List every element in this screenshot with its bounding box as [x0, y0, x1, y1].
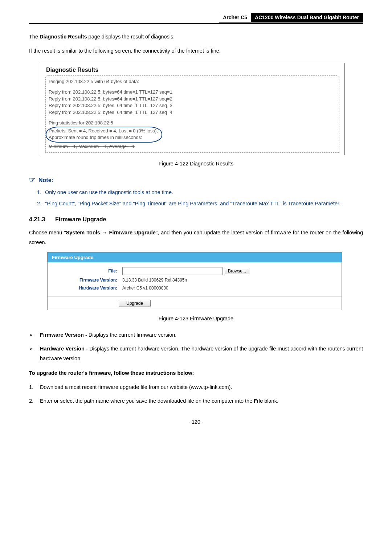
file-row: File: Browse...: [52, 267, 337, 275]
firmware-panel-title: Firmware Upgrade: [48, 253, 342, 263]
section-heading: 4.21.3Firmware Upgrade: [29, 216, 363, 223]
hand-point-icon: ☞: [29, 175, 36, 185]
step-item: 2. Enter or select the path name where y…: [29, 396, 363, 406]
page-number: - 120 -: [29, 419, 363, 426]
diag-line: Reply from 202.108.22.5: bytes=64 time=1…: [49, 96, 336, 102]
bullet-item: ➢ Firmware Version - Displays the curren…: [29, 330, 363, 340]
arrow-icon: ➢: [29, 330, 40, 340]
browse-button[interactable]: Browse...: [225, 268, 249, 274]
file-input[interactable]: [122, 267, 222, 275]
diag-line: Approximate round trip times in millisec…: [49, 134, 158, 141]
diag-line: Reply from 202.108.22.5: bytes=64 time=1…: [49, 109, 336, 116]
diagnostic-results-panel: Diagnostic Results Pinging 202.108.22.5 …: [40, 63, 345, 155]
diag-line: Packets: Sent = 4, Received = 4, Lost = …: [49, 128, 158, 134]
header-pill: Archer C5 AC1200 Wireless Dual Band Giga…: [219, 13, 363, 22]
diag-line: Reply from 202.108.22.5: bytes=64 time=1…: [49, 89, 336, 95]
firmware-para: Choose menu "System Tools → Firmware Upg…: [29, 228, 363, 248]
intro-para-2: If the result is similar to the followin…: [29, 46, 363, 56]
hw-version-label: Hardware Version:: [52, 285, 122, 291]
note-label: Note:: [38, 176, 53, 184]
firmware-upgrade-panel: Firmware Upgrade File: Browse... Firmwar…: [47, 252, 342, 310]
header-model: Archer C5: [219, 13, 251, 22]
hw-version-row: Hardware Version: Archer C5 v1 00000000: [52, 285, 337, 291]
steps-list: 1. Download a most recent firmware upgra…: [29, 382, 363, 406]
figure-caption-123: Figure 4-123 Firmware Upgrade: [29, 315, 363, 323]
note-list: 1.Only one user can use the diagnostic t…: [29, 187, 363, 209]
note-header: ☞ Note:: [29, 175, 363, 185]
diagnostic-output: Pinging 202.108.22.5 with 64 bytes of da…: [45, 75, 339, 153]
instructions-heading: To upgrade the router's firmware, follow…: [29, 368, 363, 378]
diag-line-struck: Minimum = 1, Maximum = 1, Average = 1: [49, 143, 336, 150]
bullet-list: ➢ Firmware Version - Displays the curren…: [29, 330, 363, 364]
note-item: 2."Ping Count", "Ping Packet Size" and "…: [37, 198, 363, 209]
fw-version-label: Firmware Version:: [52, 277, 122, 283]
hw-version-value: Archer C5 v1 00000000: [122, 285, 168, 291]
step-item: 1. Download a most recent firmware upgra…: [29, 382, 363, 393]
figure-caption-122: Figure 4-122 Diagnostic Results: [29, 160, 363, 168]
diag-line-struck: Ping statistics for 202.108.22.5: [49, 120, 336, 126]
bullet-item: ➢ Hardware Version - Displays the curren…: [29, 344, 363, 364]
note-item: 1.Only one user can use the diagnostic t…: [37, 187, 363, 198]
upgrade-button[interactable]: Upgrade: [119, 300, 151, 307]
page-header: Archer C5 AC1200 Wireless Dual Band Giga…: [29, 13, 363, 24]
fw-version-value: 3.13.33 Build 130629 Rel.84395n: [122, 277, 187, 283]
diag-line: Reply from 202.108.22.5: bytes=64 time=1…: [49, 102, 336, 109]
arrow-icon: ➢: [29, 344, 40, 364]
diag-line: Pinging 202.108.22.5 with 64 bytes of da…: [49, 78, 336, 85]
intro-para-1: The Diagnostic Results page displays the…: [29, 32, 363, 42]
header-desc: AC1200 Wireless Dual Band Gigabit Router: [251, 13, 363, 22]
file-label: File:: [52, 268, 122, 274]
fw-version-row: Firmware Version: 3.13.33 Build 130629 R…: [52, 277, 337, 283]
diagnostic-title: Diagnostic Results: [45, 66, 339, 74]
diag-callout-oval: Packets: Sent = 4, Received = 4, Lost = …: [46, 127, 162, 143]
